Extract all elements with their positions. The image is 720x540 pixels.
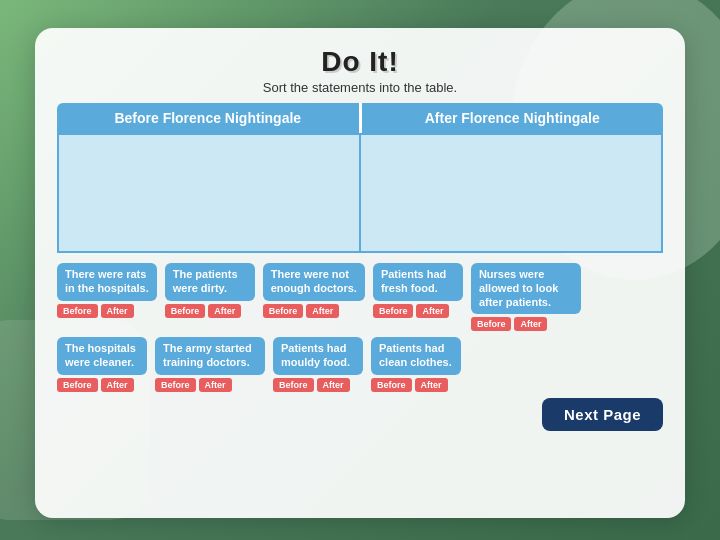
item-wrapper-8: Patients hadmouldy food. Before After (273, 337, 363, 392)
btn-after-9[interactable]: After (415, 378, 448, 392)
table-header: Before Florence Nightingale After Floren… (57, 103, 663, 133)
btn-group-2: Before After (165, 304, 255, 318)
drop-zone-before[interactable] (59, 135, 361, 251)
item-wrapper-4: Patients hadfresh food. Before After (373, 263, 463, 318)
drag-item-1[interactable]: There were ratsin the hospitals. (57, 263, 157, 301)
header-after: After Florence Nightingale (362, 103, 664, 133)
drop-area (57, 133, 663, 253)
btn-after-5[interactable]: After (514, 317, 547, 331)
items-row-2: The hospitalswere cleaner. Before After … (57, 337, 663, 392)
drag-item-6[interactable]: The hospitalswere cleaner. (57, 337, 147, 375)
next-btn-wrap: Next Page (57, 398, 663, 431)
btn-group-1: Before After (57, 304, 157, 318)
drag-item-4[interactable]: Patients hadfresh food. (373, 263, 463, 301)
items-section: There were ratsin the hospitals. Before … (57, 263, 663, 392)
btn-group-9: Before After (371, 378, 461, 392)
drag-item-7[interactable]: The army startedtraining doctors. (155, 337, 265, 375)
drag-item-2[interactable]: The patientswere dirty. (165, 263, 255, 301)
page-title: Do It! (57, 46, 663, 78)
item-wrapper-6: The hospitalswere cleaner. Before After (57, 337, 147, 392)
btn-after-1[interactable]: After (101, 304, 134, 318)
btn-before-4[interactable]: Before (373, 304, 414, 318)
btn-before-6[interactable]: Before (57, 378, 98, 392)
btn-after-6[interactable]: After (101, 378, 134, 392)
btn-group-7: Before After (155, 378, 265, 392)
header-before: Before Florence Nightingale (57, 103, 359, 133)
btn-before-2[interactable]: Before (165, 304, 206, 318)
item-wrapper-1: There were ratsin the hospitals. Before … (57, 263, 157, 318)
drag-item-3[interactable]: There were notenough doctors. (263, 263, 365, 301)
item-wrapper-7: The army startedtraining doctors. Before… (155, 337, 265, 392)
btn-after-7[interactable]: After (199, 378, 232, 392)
btn-before-7[interactable]: Before (155, 378, 196, 392)
btn-before-3[interactable]: Before (263, 304, 304, 318)
drag-item-9[interactable]: Patients hadclean clothes. (371, 337, 461, 375)
btn-before-1[interactable]: Before (57, 304, 98, 318)
btn-group-4: Before After (373, 304, 463, 318)
item-wrapper-9: Patients hadclean clothes. Before After (371, 337, 461, 392)
btn-group-5: Before After (471, 317, 581, 331)
btn-after-2[interactable]: After (208, 304, 241, 318)
btn-after-4[interactable]: After (416, 304, 449, 318)
btn-before-5[interactable]: Before (471, 317, 512, 331)
next-page-button[interactable]: Next Page (542, 398, 663, 431)
subtitle: Sort the statements into the table. (57, 80, 663, 95)
btn-group-6: Before After (57, 378, 147, 392)
btn-before-9[interactable]: Before (371, 378, 412, 392)
btn-before-8[interactable]: Before (273, 378, 314, 392)
drop-zone-after[interactable] (361, 135, 661, 251)
item-wrapper-5: Nurses wereallowed to lookafter patients… (471, 263, 581, 331)
btn-after-3[interactable]: After (306, 304, 339, 318)
main-card: Do It! Sort the statements into the tabl… (35, 28, 685, 518)
drag-item-8[interactable]: Patients hadmouldy food. (273, 337, 363, 375)
drag-item-5[interactable]: Nurses wereallowed to lookafter patients… (471, 263, 581, 314)
item-wrapper-3: There were notenough doctors. Before Aft… (263, 263, 365, 318)
btn-group-3: Before After (263, 304, 365, 318)
btn-after-8[interactable]: After (317, 378, 350, 392)
items-row-1: There were ratsin the hospitals. Before … (57, 263, 663, 331)
btn-group-8: Before After (273, 378, 363, 392)
item-wrapper-2: The patientswere dirty. Before After (165, 263, 255, 318)
